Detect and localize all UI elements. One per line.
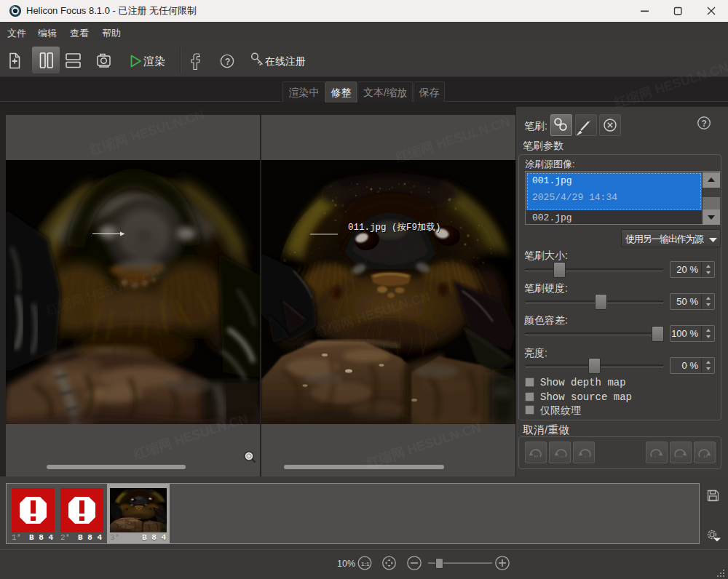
svg-text:?: ? bbox=[225, 57, 230, 67]
svg-text:1:1: 1:1 bbox=[361, 561, 370, 567]
svg-text:渲染: 渲染 bbox=[143, 55, 165, 67]
svg-text:在线注册: 在线注册 bbox=[264, 55, 306, 67]
svg-text:?: ? bbox=[702, 119, 707, 129]
